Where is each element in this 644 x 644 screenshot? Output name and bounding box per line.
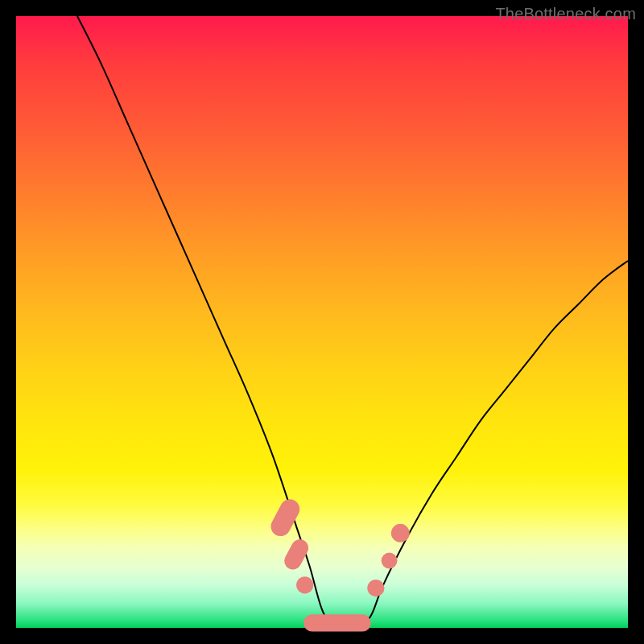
curve-layer (0, 0, 644, 644)
watermark-text: TheBottleneck.com (495, 5, 636, 23)
outer-frame: TheBottleneck.com (0, 0, 644, 644)
bottom-bar (303, 614, 371, 631)
right-dot-1 (367, 580, 384, 597)
right-dot-2 (382, 553, 398, 569)
markers-group (267, 496, 409, 632)
right-dot-3 (391, 524, 410, 543)
left-cluster-2 (281, 536, 311, 572)
bottleneck-curve-path (77, 16, 628, 630)
left-cluster-3 (296, 576, 313, 593)
curve-group (77, 16, 628, 630)
